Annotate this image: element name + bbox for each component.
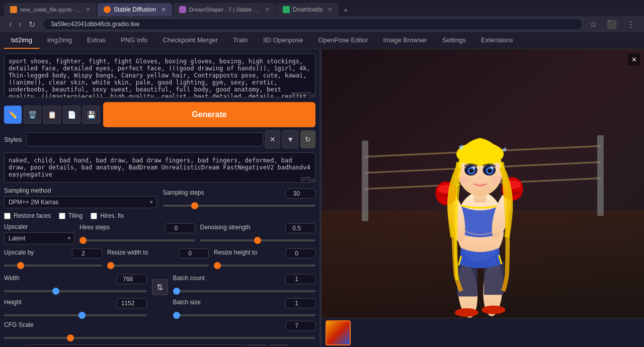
extensions-button[interactable]: ⬛ <box>604 19 620 30</box>
batch-size-slider[interactable] <box>173 314 316 316</box>
image-close-btn[interactable]: ✕ <box>628 53 640 65</box>
batch-size-input[interactable] <box>285 298 315 308</box>
tab-close-dream[interactable]: ✕ <box>265 6 270 13</box>
resize-h-col: Resize height to <box>214 248 315 268</box>
cfg-row: CFG Scale <box>4 321 315 340</box>
batch-count-slider[interactable] <box>173 290 316 292</box>
sampling-steps-slider[interactable] <box>163 205 316 207</box>
cfg-slider[interactable] <box>4 337 315 339</box>
denoising-input[interactable] <box>285 223 315 233</box>
denoising-slider[interactable] <box>200 239 316 241</box>
doc-icon-btn[interactable]: 📄 <box>63 106 80 124</box>
seed-dice-btn[interactable]: 🎲 <box>248 344 267 346</box>
sampling-method-select[interactable]: DPM++ 2M Karras <box>4 196 157 208</box>
tab-extras[interactable]: Extras <box>80 32 113 49</box>
new-tab-button[interactable]: + <box>340 5 352 16</box>
cfg-label: CFG Scale <box>4 321 34 328</box>
hires-fix-check[interactable]: Hires. fix <box>91 212 124 219</box>
upscale-by-input[interactable] <box>72 248 102 258</box>
tab-image-browser[interactable]: Image Browser <box>376 32 434 49</box>
sampling-method-label: Sampling method <box>4 187 157 194</box>
tab-checkpoint-merger[interactable]: Checkpoint Merger <box>155 32 225 49</box>
styles-clear-btn[interactable]: ✕ <box>265 130 280 148</box>
icon-row-1: ✏️ 🗑️ 📋 📄 💾 <box>4 106 100 124</box>
address-bar: ‹ › ↻ ☆ ⬛ ⋮ <box>0 16 644 32</box>
svg-point-12 <box>481 306 505 314</box>
tab-txt2img[interactable]: txt2img <box>4 32 39 49</box>
resize-w-input[interactable] <box>179 248 209 258</box>
upscaler-select[interactable]: Latent <box>4 232 74 244</box>
tab-label-dl: Downloads <box>293 6 323 13</box>
sampling-method-col: Sampling method DPM++ 2M Karras <box>4 187 157 208</box>
tiling-check[interactable]: Tiling <box>59 212 83 219</box>
clipboard-icon-btn[interactable]: 📋 <box>43 106 61 124</box>
styles-refresh-btn[interactable]: ↻ <box>300 130 315 148</box>
positive-char-count: 904/975 <box>291 91 311 97</box>
dream-favicon <box>179 6 186 13</box>
batch-count-label: Batch count <box>173 275 205 282</box>
tab-settings[interactable]: Settings <box>435 32 473 49</box>
hires-fix-checkbox[interactable] <box>91 213 97 219</box>
browser-tab-dream[interactable]: DreamShaper - 7 | Stable Diffusio... ✕ <box>173 3 276 16</box>
tab-train[interactable]: Train <box>226 32 255 49</box>
tab-bar: new_colab_file.ipynb - Collabora... ✕ St… <box>0 0 644 16</box>
batch-count-input[interactable] <box>285 274 315 284</box>
menu-button[interactable]: ⋮ <box>624 19 638 30</box>
styles-dropdown-btn[interactable]: ▼ <box>282 130 298 148</box>
dl-favicon <box>283 6 290 13</box>
sampling-steps-label: Sampling steps <box>163 189 204 196</box>
resize-h-slider[interactable] <box>214 265 315 267</box>
trash-icon-btn[interactable]: 🗑️ <box>24 106 41 124</box>
upscale-by-slider[interactable] <box>4 265 102 267</box>
refresh-button[interactable]: ↻ <box>26 19 38 30</box>
browser-tab-dl[interactable]: Downloads ✕ <box>277 3 339 16</box>
height-slider[interactable] <box>4 314 147 316</box>
tab-openpose-editor[interactable]: OpenPose Editor <box>311 32 375 49</box>
resize-h-input[interactable] <box>285 248 315 258</box>
tab-3d-openpose[interactable]: 3D Openpose <box>256 32 310 49</box>
tiling-checkbox[interactable] <box>59 213 65 219</box>
styles-input[interactable] <box>26 132 263 146</box>
tab-close-dl[interactable]: ✕ <box>328 6 333 13</box>
forward-button[interactable]: › <box>16 19 24 30</box>
tab-png-info[interactable]: PNG Info <box>114 32 154 49</box>
tab-label-colab: new_colab_file.ipynb - Collabora... <box>20 7 80 13</box>
positive-prompt-input[interactable]: sport shoes, fighter, fight, fight Glove… <box>4 53 315 98</box>
restore-faces-check[interactable]: Restore faces <box>4 212 51 219</box>
hires-steps-slider[interactable] <box>79 239 195 241</box>
colab-favicon <box>10 6 17 13</box>
hires-steps-input[interactable] <box>165 223 195 233</box>
svg-rect-5 <box>362 141 368 221</box>
sampling-steps-input[interactable]: 30 <box>285 189 315 199</box>
address-input[interactable] <box>42 18 583 30</box>
back-button[interactable]: ‹ <box>6 19 15 30</box>
tab-label-dream: DreamShaper - 7 | Stable Diffusio... <box>189 7 260 13</box>
negative-prompt-input[interactable]: naked, child, bad hand, bad draw, bad dr… <box>4 152 315 183</box>
positive-prompt-area: sport shoes, fighter, fight, fight Glove… <box>4 53 315 99</box>
swap-dimensions-btn[interactable]: ⇅ <box>152 279 168 295</box>
browser-tab-colab[interactable]: new_colab_file.ipynb - Collabora... ✕ <box>4 3 97 16</box>
tab-extensions[interactable]: Extensions <box>474 32 520 49</box>
generate-button[interactable]: Generate <box>103 102 315 127</box>
width-slider[interactable] <box>4 290 147 292</box>
cfg-input[interactable] <box>285 321 315 331</box>
thumbnail-item[interactable] <box>326 320 351 345</box>
negative-char-count: 0/75 <box>301 176 311 182</box>
width-input[interactable] <box>117 274 147 284</box>
height-input[interactable] <box>117 298 147 308</box>
save-icon-btn[interactable]: 💾 <box>83 106 100 124</box>
seed-recycle-btn[interactable]: ♻️ <box>270 344 289 346</box>
hires-steps-label: Hires steps <box>79 224 110 231</box>
resize-w-slider[interactable] <box>107 265 209 267</box>
restore-faces-checkbox[interactable] <box>4 213 11 219</box>
tab-img2img[interactable]: img2img <box>40 32 79 49</box>
tab-close-sd[interactable]: ✕ <box>161 6 166 13</box>
seed-input[interactable] <box>25 344 245 346</box>
tab-close-colab[interactable]: ✕ <box>86 6 91 13</box>
browser-tab-sd[interactable]: Stable Diffusion ✕ <box>98 3 172 16</box>
bookmark-button[interactable]: ☆ <box>587 19 600 30</box>
app-main: sport shoes, fighter, fight, fight Glove… <box>0 49 644 346</box>
svg-point-36 <box>490 176 503 183</box>
hires-fix-label: Hires. fix <box>100 212 124 219</box>
paint-icon-btn[interactable]: ✏️ <box>4 106 22 124</box>
